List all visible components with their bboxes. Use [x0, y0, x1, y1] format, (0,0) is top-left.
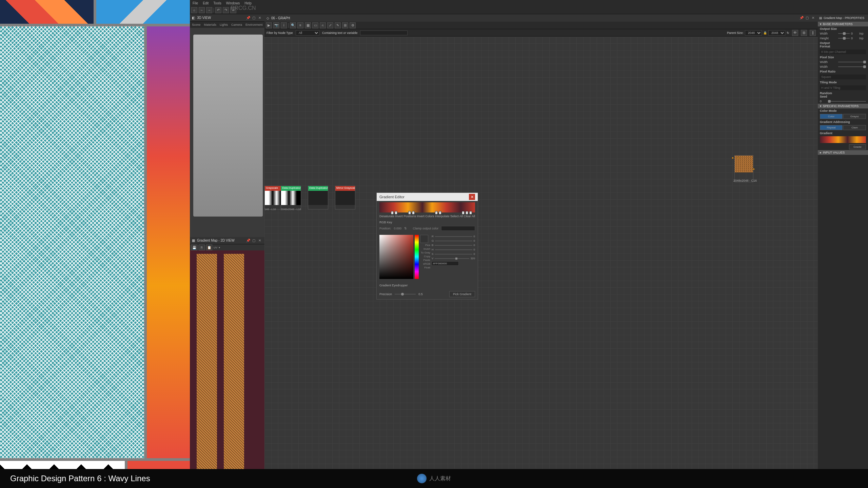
filter-type-dropdown[interactable]: All [296, 30, 319, 36]
s-slider[interactable] [435, 254, 472, 255]
parent-width-dropdown[interactable]: 2048 [745, 30, 762, 36]
graph-canvas[interactable]: 2048x2048 - C16 Grayscale Data Duplicato… [264, 37, 818, 488]
input-values-section[interactable]: ▸ INPUT VALUES [818, 150, 868, 155]
copy-label[interactable]: Copy [420, 255, 430, 258]
pin-icon[interactable]: 📌 [246, 16, 250, 20]
float-label[interactable]: Float [420, 266, 430, 269]
gradient-stop[interactable] [439, 211, 441, 215]
info-icon[interactable]: i [281, 22, 287, 28]
gradient-stop[interactable] [469, 211, 472, 215]
align-icon[interactable]: ≡ [297, 22, 303, 28]
node-port[interactable] [732, 157, 734, 159]
view-icon[interactable]: 👁 [792, 30, 798, 36]
paste-label[interactable]: Paste [420, 259, 430, 262]
tab-environment[interactable]: Environment [245, 23, 263, 26]
menu-file[interactable]: File [193, 1, 198, 5]
layout-icon[interactable]: ⊞ [342, 22, 348, 28]
h-slider[interactable] [435, 249, 472, 250]
invert-colors-button[interactable]: Invert Colors [417, 215, 434, 218]
gradient-editor-titlebar[interactable]: Gradient Editor ✕ [377, 193, 478, 201]
parent-height-dropdown[interactable]: 2048 [768, 30, 785, 36]
gradient-stop[interactable] [412, 211, 415, 215]
search-icon[interactable]: 🔍 [290, 22, 296, 28]
tab-materials[interactable]: Materials [204, 23, 217, 26]
node-port[interactable] [737, 157, 739, 159]
r-slider[interactable] [435, 236, 472, 237]
2d-viewport[interactable]: 2048 x 2048 (RGBA, 16bit) [190, 250, 264, 482]
g-slider[interactable] [435, 241, 472, 241]
expand-icon[interactable]: ⤢ [327, 22, 333, 28]
precision-slider[interactable] [395, 294, 416, 294]
refresh-icon[interactable]: ↻ [787, 31, 789, 35]
grid-snap-icon[interactable]: ⊞ [801, 30, 807, 36]
filter-text-input[interactable] [360, 30, 408, 35]
height-slider[interactable] [838, 38, 850, 39]
node-data-duplicator[interactable]: Data Duplicator [281, 186, 301, 209]
link-icon[interactable]: ⎌ [320, 22, 326, 28]
tab-lights[interactable]: Lights [220, 23, 228, 26]
pin-icon[interactable]: 📌 [800, 16, 804, 20]
repeat-button[interactable]: Repeat [820, 125, 843, 130]
width-slider[interactable] [838, 33, 850, 34]
undo-icon[interactable]: ↶ [215, 7, 221, 13]
close-icon[interactable]: ✕ [258, 16, 262, 20]
menu-edit[interactable]: Edit [203, 1, 209, 5]
node-output-port[interactable] [753, 168, 755, 170]
back-icon[interactable]: ← [199, 7, 205, 13]
node-data-duplicator[interactable]: Data Duplicator [308, 186, 328, 209]
maximize-icon[interactable]: ▢ [252, 16, 256, 20]
pick-gradient-button[interactable]: Pick Gradient [449, 291, 475, 297]
gradient-preview-strip[interactable] [820, 136, 866, 143]
save-icon[interactable]: 💾 [191, 244, 197, 250]
align-icon[interactable]: ‖ [810, 30, 816, 36]
to-gray-label[interactable]: To Gray [420, 251, 430, 254]
interpolate-button[interactable]: Interpolate [435, 215, 450, 218]
settings-icon[interactable]: ⚙ [350, 22, 356, 28]
b-slider[interactable] [435, 245, 472, 246]
frame-icon[interactable]: ▭ [312, 22, 318, 28]
chevron-down-icon[interactable]: ▾ [219, 246, 220, 249]
gradient-stop[interactable] [408, 211, 411, 215]
hue-slider[interactable] [415, 235, 419, 279]
color-swatch[interactable] [420, 235, 428, 243]
pin-icon[interactable]: 📌 [246, 239, 250, 243]
gradient-stop[interactable] [435, 211, 438, 215]
stepper-icon[interactable]: ⇅ [404, 227, 407, 230]
copy-icon[interactable]: ⎘ [199, 244, 205, 250]
invert-label[interactable]: Invert [420, 247, 430, 250]
clamp-button[interactable]: Clam [843, 125, 866, 130]
gradient-stop[interactable] [462, 211, 465, 215]
gradient-edit-button[interactable]: Gradie [849, 144, 866, 149]
pick-label[interactable]: Pick [420, 244, 430, 247]
color-button[interactable]: Color [820, 114, 843, 119]
3d-viewport[interactable] [190, 28, 264, 237]
redo-icon[interactable]: ↷ [223, 7, 229, 13]
menu-windows[interactable]: Windows [226, 1, 240, 5]
grid-icon[interactable]: ▦ [305, 22, 311, 28]
pointer-icon[interactable]: ▶ [266, 22, 272, 28]
invert-positions-button[interactable]: Invert Positions [395, 215, 416, 218]
lock-icon[interactable]: 🔒 [763, 31, 767, 35]
pixel-height-slider[interactable] [838, 66, 866, 67]
edit-icon[interactable]: ✎ [335, 22, 341, 28]
gradient-bar[interactable] [379, 202, 475, 212]
desaturate-button[interactable]: Desaturate [379, 215, 394, 218]
close-icon[interactable]: ✕ [812, 16, 816, 20]
node-mirror-grayscale[interactable]: Mirror Grayscale [335, 186, 355, 209]
maximize-icon[interactable]: ▢ [252, 239, 256, 243]
home-icon[interactable]: ⌂ [191, 7, 197, 13]
grayscale-button[interactable]: Graysc [843, 114, 866, 119]
paste-icon[interactable]: 📋 [206, 244, 212, 250]
menu-help[interactable]: Help [244, 1, 252, 5]
specific-params-section[interactable]: ▾ SPECIFIC PARAMETERS [818, 104, 868, 108]
gradient-stop[interactable] [395, 211, 397, 215]
camera-icon[interactable]: 📷 [273, 22, 279, 28]
tab-scene[interactable]: Scene [192, 23, 201, 26]
srgb-label[interactable]: sRGB [420, 262, 430, 265]
pixel-width-slider[interactable] [838, 62, 866, 62]
node-gradient-map[interactable] [734, 155, 753, 182]
gradient-stop[interactable] [466, 211, 468, 215]
hex-input[interactable] [432, 261, 459, 266]
clamp-color-box[interactable] [441, 226, 475, 231]
maximize-icon[interactable]: ▢ [806, 16, 810, 20]
